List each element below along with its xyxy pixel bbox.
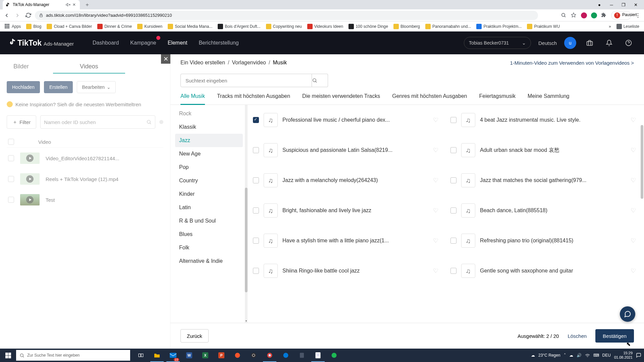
maximize-icon[interactable]: ❐	[621, 2, 627, 7]
crumb-1[interactable]: Ein Video erstellen	[180, 60, 225, 66]
track-item[interactable]: ♫4 beat Jazz instrumental music. Live st…	[450, 113, 636, 127]
track-item[interactable]: ♫Gentle song with saxophone and guitar♡	[450, 264, 636, 278]
track-item[interactable]: ♫Beach dance, Latin(885518)♡	[450, 203, 636, 218]
bookmark-item[interactable]: Praktikum Projektm...	[474, 22, 524, 31]
filter-button[interactable]: ＋Filter	[7, 115, 36, 129]
video-row[interactable]: Test	[7, 189, 163, 210]
help-icon[interactable]	[623, 37, 635, 49]
tray-chevron-icon[interactable]: ˄	[564, 353, 566, 358]
genre-rnb[interactable]: R & B und Soul	[175, 214, 243, 228]
tab-bilder[interactable]: Bilder	[7, 60, 42, 74]
music-note-icon[interactable]: ♫	[461, 234, 475, 248]
music-tab-ausgaben[interactable]: Tracks mit höchsten Ausgaben	[217, 93, 290, 105]
back-button[interactable]: Zurück	[180, 329, 209, 343]
music-tab-sammlung[interactable]: Meine Sammlung	[528, 93, 570, 105]
heart-icon[interactable]: ♡	[631, 116, 636, 124]
account-dot-icon[interactable]: ●	[596, 2, 602, 7]
track-item[interactable]: ♫Professional live music / cheerful pian…	[253, 113, 438, 127]
language-indicator[interactable]: DEU	[602, 353, 611, 358]
menu-icon[interactable]: ⋮	[635, 12, 641, 18]
tab-videos[interactable]: Videos	[53, 60, 125, 74]
profile-chip[interactable]: T Pausiert	[611, 11, 631, 20]
tiktok-logo[interactable]: TikTok Ads-Manager	[9, 38, 74, 48]
clock[interactable]: 15:29 01.08.2021	[614, 351, 633, 360]
weather-icon[interactable]: ☁	[531, 353, 535, 358]
track-item[interactable]: ♫Adult urban snack bar mood 哀愁♡	[450, 143, 636, 157]
task-view-icon[interactable]	[133, 349, 149, 362]
heart-icon[interactable]: ♡	[631, 146, 636, 154]
select-all-checkbox[interactable]	[8, 139, 14, 145]
help-video-link[interactable]: 1-Minuten-Video zum Verwenden von Vorlag…	[510, 60, 634, 66]
track-checkbox[interactable]	[450, 177, 457, 183]
genre-klassik[interactable]: Klassik	[175, 120, 243, 134]
heart-icon[interactable]: ♡	[631, 207, 636, 214]
bookmark-item[interactable]: Blog	[24, 22, 43, 31]
nav-berichterstellung[interactable]: Berichterstellung	[199, 33, 238, 53]
edge-icon[interactable]	[278, 349, 294, 362]
track-checkbox[interactable]	[253, 207, 259, 214]
music-search-input[interactable]	[180, 74, 312, 87]
track-item[interactable]: ♫Jazz with a melancholy melody(264243)♡	[253, 173, 438, 187]
track-checkbox[interactable]	[253, 177, 259, 183]
row-checkbox[interactable]	[8, 176, 14, 182]
track-checkbox[interactable]	[450, 238, 457, 244]
music-tab-verwendet[interactable]: Die meisten verwendeten Tracks	[302, 93, 380, 105]
genre-jazz[interactable]: Jazz	[175, 134, 243, 147]
bookmark-item[interactable]: Dinner & Crime	[95, 22, 134, 31]
ext1-icon[interactable]	[581, 12, 587, 18]
bookmark-leseliste[interactable]: Leseliste	[614, 22, 641, 31]
spotify-icon[interactable]	[326, 349, 342, 362]
track-checkbox[interactable]	[253, 117, 259, 123]
keyboard-icon[interactable]: ⌨	[593, 353, 599, 358]
genre-blues[interactable]: Blues	[175, 228, 243, 241]
track-item[interactable]: ♫Jazz that matches the social gathering(…	[450, 173, 636, 187]
video-thumbnail[interactable]	[20, 173, 40, 185]
bookmark-item[interactable]: 100 schöne Dinge	[346, 22, 390, 31]
music-note-icon[interactable]: ♫	[461, 264, 475, 278]
genre-alternative[interactable]: Alternative & Indie	[175, 254, 243, 268]
bookmark-item[interactable]: Praktikum WU	[525, 22, 562, 31]
bell-icon[interactable]	[603, 37, 615, 49]
notepad-icon[interactable]	[310, 349, 326, 362]
explorer-icon[interactable]	[149, 349, 165, 362]
nav-kampagne[interactable]: Kampagne	[130, 33, 156, 53]
taskbar-search[interactable]: Zur Suche Text hier eingeben	[16, 350, 130, 361]
genre-pop[interactable]: Pop	[175, 161, 243, 174]
close-window-icon[interactable]: ✕	[633, 2, 639, 7]
ext2-icon[interactable]	[591, 12, 597, 18]
video-thumbnail[interactable]	[20, 194, 40, 205]
new-tab-button[interactable]: ＋	[83, 0, 92, 9]
language-selector[interactable]: Deutsch	[538, 40, 557, 46]
track-checkbox[interactable]	[253, 268, 259, 274]
genre-folk[interactable]: Folk	[175, 241, 243, 254]
star-icon[interactable]	[571, 12, 577, 18]
audio-muted-icon[interactable]	[66, 2, 70, 7]
scroll-down-icon[interactable]: ▾	[245, 319, 248, 323]
heart-icon[interactable]: ♡	[631, 177, 636, 184]
address-bar[interactable]: ads.tiktok.com/i18n/library/video?aadvid…	[35, 11, 538, 20]
heart-icon[interactable]: ♡	[433, 146, 438, 154]
powerpoint-icon[interactable]: P	[213, 349, 229, 362]
inspiration-banner[interactable]: Keine Inspiration? Sieh dir die neuesten…	[7, 101, 163, 107]
reload-icon[interactable]	[24, 11, 32, 19]
word-icon[interactable]: W	[181, 349, 197, 362]
video-thumbnail[interactable]	[20, 153, 40, 164]
genre-kinder[interactable]: Kinder	[175, 187, 243, 201]
music-note-icon[interactable]: ♫	[264, 234, 278, 248]
music-note-icon[interactable]: ♫	[264, 173, 278, 187]
close-modal-button[interactable]: ✕	[161, 54, 170, 64]
notification-icon[interactable]	[636, 353, 641, 358]
bookmark-item[interactable]: Kursideen	[135, 22, 164, 31]
video-search[interactable]	[40, 115, 155, 129]
weather-text[interactable]: 23°C Regen	[538, 353, 560, 358]
heart-icon[interactable]: ♡	[433, 177, 438, 184]
genre-newage[interactable]: New Age	[175, 147, 243, 161]
onedrive-icon[interactable]: ☁	[569, 353, 573, 358]
track-checkbox[interactable]	[450, 268, 457, 274]
bookmark-item[interactable]: Bloomberg	[391, 22, 422, 31]
confirm-button[interactable]: Bestätigen ⬉	[595, 329, 634, 343]
erstellen-button[interactable]: Erstellen	[44, 81, 73, 93]
music-tab-feiertag[interactable]: Feiertagsmusik	[479, 93, 515, 105]
excel-icon[interactable]: X	[197, 349, 213, 362]
extensions-icon[interactable]	[601, 12, 607, 18]
